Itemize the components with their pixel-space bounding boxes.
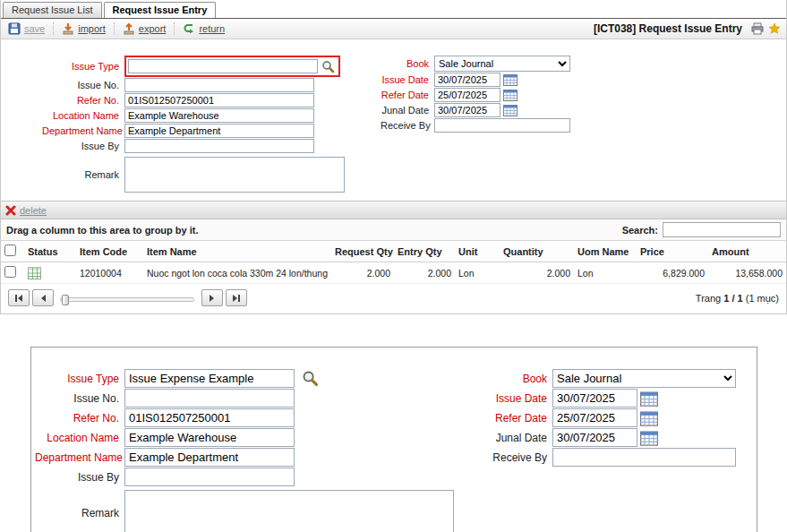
issue-no-input[interactable] (124, 78, 314, 92)
delete-button[interactable]: delete (5, 205, 47, 216)
issue-by-input[interactable] (124, 139, 314, 153)
detail-remark-textarea[interactable] (124, 490, 454, 532)
detail-junal-date-input[interactable] (552, 428, 637, 447)
refer-date-calendar-button[interactable] (503, 89, 518, 101)
detail-issue-date-input[interactable] (552, 389, 637, 408)
detail-department-name-input[interactable] (124, 448, 295, 467)
location-name-input[interactable] (124, 108, 314, 123)
department-name-input[interactable] (124, 124, 314, 138)
column-uom-name[interactable]: Uom Name (574, 241, 637, 262)
book-select[interactable]: Sale Journal (434, 56, 570, 72)
refer-date-input[interactable] (434, 88, 500, 102)
row-entry-qty: 2.000 (394, 262, 455, 284)
detail-refer-date-row: Refer Date (483, 408, 736, 427)
junal-date-input[interactable] (434, 103, 500, 117)
tab-bar: Request Issue List Request Issue Entry (1, 0, 786, 19)
book-row: Book Sale Journal (381, 56, 570, 72)
grid-toolbar: delete (1, 201, 786, 219)
column-request-qty[interactable]: Request Qty (331, 241, 394, 262)
receive-by-input[interactable] (434, 118, 570, 133)
detail-junal-date-row: Junal Date (483, 428, 736, 447)
detail-issue-type-input[interactable] (124, 369, 295, 388)
return-button[interactable]: return (179, 21, 228, 37)
detail-refer-date-calendar-button[interactable] (640, 410, 658, 426)
column-entry-qty[interactable]: Entry Qty (394, 241, 455, 262)
import-icon (62, 22, 74, 35)
magnifier-icon (302, 370, 319, 387)
tab-request-issue-list[interactable]: Request Issue List (3, 2, 102, 18)
import-button[interactable]: import (58, 21, 109, 37)
print-button[interactable] (751, 22, 764, 35)
toolbar-separator (114, 22, 115, 35)
refer-date-label: Refer Date (381, 90, 434, 100)
row-status-icon[interactable] (28, 267, 41, 279)
refer-no-input[interactable] (124, 93, 314, 107)
refer-no-label: Refer No. (42, 95, 124, 106)
remark-label: Remark (42, 169, 124, 180)
column-amount[interactable]: Amount (708, 241, 786, 262)
prev-page-button[interactable] (32, 289, 54, 306)
row-uom-name: Lon (574, 262, 637, 284)
detail-issue-by-input[interactable] (124, 468, 295, 486)
issue-type-input[interactable] (128, 59, 318, 73)
export-icon (123, 22, 135, 35)
items-table: Status Item Code Item Name Request Qty E… (1, 241, 786, 284)
column-unit[interactable]: Unit (455, 241, 500, 262)
junal-date-calendar-button[interactable] (503, 104, 518, 116)
issue-date-calendar-button[interactable] (503, 73, 518, 86)
page-info: Trang 1 / 1 (1 mục) (696, 293, 779, 304)
first-page-button[interactable] (8, 289, 30, 306)
detail-book-select[interactable]: Sale Journal (552, 369, 736, 388)
detail-refer-date-input[interactable] (552, 408, 637, 427)
save-label: save (24, 23, 45, 34)
form-left-column: Issue Type Issue No. Refer No. Location … (42, 56, 381, 193)
detail-issue-type-lookup-button[interactable] (302, 370, 319, 387)
search-input[interactable] (663, 222, 781, 237)
column-quantity[interactable]: Quantity (500, 241, 574, 262)
calendar-icon (503, 73, 518, 86)
tab-request-issue-entry[interactable]: Request Issue Entry (104, 2, 217, 18)
pager-slider-handle[interactable] (62, 295, 69, 305)
save-button[interactable]: save (4, 21, 48, 37)
search-label: Search: (622, 225, 658, 236)
column-item-code[interactable]: Item Code (76, 241, 143, 262)
select-all-checkbox[interactable] (4, 245, 16, 256)
detail-refer-no-input[interactable] (124, 408, 295, 427)
export-button[interactable]: export (119, 21, 170, 37)
calendar-icon (640, 390, 658, 407)
issue-type-lookup-button[interactable] (321, 60, 335, 73)
last-page-button[interactable] (226, 289, 247, 306)
pager-slider[interactable] (60, 297, 194, 302)
form-detail-panel: Issue Type Issue No. Refer No. Location … (30, 347, 757, 532)
tab-label: Request Issue List (12, 4, 93, 15)
table-header-row: Status Item Code Item Name Request Qty E… (1, 241, 786, 262)
detail-issue-by-label: Issue By (35, 471, 124, 484)
detail-location-name-input[interactable] (124, 428, 295, 447)
issue-no-row: Issue No. (42, 78, 381, 92)
detail-department-name-row: Department Name (35, 448, 483, 467)
column-price[interactable]: Price (637, 241, 708, 262)
detail-issue-date-row: Issue Date (483, 389, 736, 408)
detail-receive-by-row: Receive By (483, 448, 736, 467)
next-page-button[interactable] (201, 289, 223, 306)
detail-book-label: Book (483, 373, 552, 385)
detail-receive-by-input[interactable] (552, 448, 736, 467)
toolbar: save import export return [ICT038] Reque… (1, 19, 786, 39)
detail-issue-date-calendar-button[interactable] (640, 390, 658, 407)
junal-date-label: Junal Date (381, 105, 434, 116)
detail-issue-no-input[interactable] (124, 389, 295, 408)
request-issue-entry-window: Request Issue List Request Issue Entry s… (0, 0, 787, 314)
grid-group-bar: Drag a column to this area to group by i… (1, 219, 786, 241)
calendar-icon (640, 410, 658, 426)
row-price: 6,829.000 (637, 262, 708, 284)
entry-form: Issue Type Issue No. Refer No. Location … (1, 39, 786, 201)
issue-date-input[interactable] (434, 73, 500, 87)
remark-textarea[interactable] (124, 157, 345, 193)
column-item-name[interactable]: Item Name (143, 241, 331, 262)
detail-receive-by-label: Receive By (483, 451, 552, 464)
row-checkbox[interactable] (4, 266, 16, 278)
column-status[interactable]: Status (24, 241, 76, 262)
favorite-button[interactable] (768, 22, 781, 35)
detail-junal-date-calendar-button[interactable] (640, 430, 658, 446)
row-select-cell (1, 262, 24, 284)
